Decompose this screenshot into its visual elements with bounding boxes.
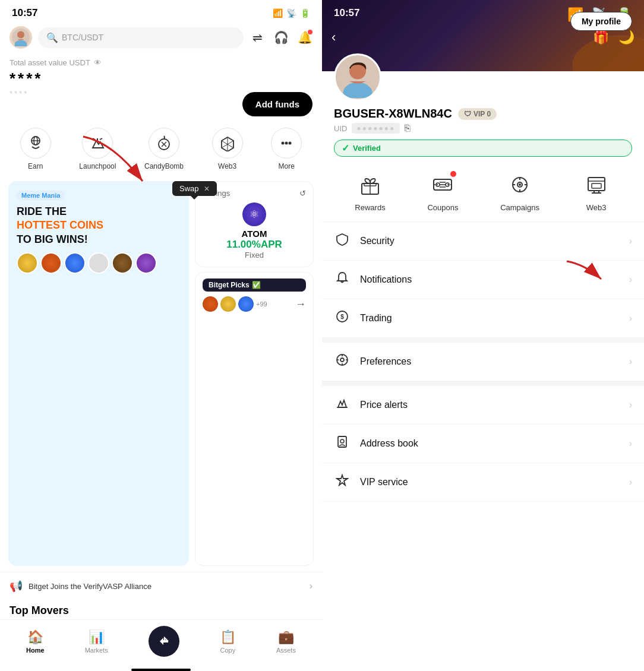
pick-coin-2 (220, 296, 236, 312)
pick-coin-1 (203, 296, 218, 312)
avatar[interactable] (10, 26, 32, 49)
scan-icon[interactable]: ⇌ (250, 30, 265, 45)
news-item[interactable]: 📢 Bitget Joins the VerifyVASP Alliance › (0, 572, 322, 600)
svg-point-60 (340, 439, 344, 443)
status-icons: 📶 📡 🔋 (273, 8, 310, 18)
savings-coin: ATOM (203, 229, 306, 239)
menu-price-alerts[interactable]: Price alerts › (322, 386, 644, 425)
my-profile-button[interactable]: My profile (570, 12, 632, 31)
gift-icon[interactable]: 🎁 (593, 30, 609, 45)
coin-doge (17, 252, 38, 274)
assets-icon: 💼 (278, 629, 294, 645)
menu-trading[interactable]: $ Trading › (322, 299, 644, 338)
nav-assets[interactable]: 💼 Assets (276, 629, 296, 654)
asset-label: Total asset value USDT 👁 (10, 58, 312, 67)
bottom-indicator (131, 669, 191, 671)
web3-label: Web3 (218, 162, 236, 170)
notifications-icon (334, 271, 351, 288)
shortcut-web3[interactable]: Web3 (582, 170, 611, 212)
shortcut-coupons[interactable]: Coupons (427, 170, 458, 212)
svg-point-18 (285, 142, 288, 145)
quick-actions: Earn Launchpool (0, 118, 322, 175)
uid-row: UID ●●●●●●● ⎘ (322, 121, 644, 136)
coupons-icon-wrap (428, 170, 457, 200)
back-button[interactable]: ‹ (332, 30, 336, 45)
swap-close-icon[interactable]: ✕ (204, 185, 210, 193)
shortcuts-row: Rewards Coupons (322, 160, 644, 222)
notification-icon[interactable]: 🔔 (297, 30, 312, 45)
rewards-icon-wrap (355, 170, 385, 200)
pick-coin-3 (238, 296, 254, 312)
more-icon (271, 128, 302, 159)
action-earn[interactable]: Earn (20, 128, 51, 170)
right-status-time: 10:57 (334, 7, 359, 23)
rewards-label: Rewards (355, 203, 385, 212)
check-icon: ✓ (342, 143, 349, 154)
status-bar: 10:57 📶 📡 🔋 (0, 0, 322, 24)
bitget-picks-card[interactable]: Bitget Picks ✅ +99 → (195, 272, 314, 566)
search-icon: 🔍 (46, 32, 58, 43)
savings-type: Fixed (203, 251, 306, 259)
web3-shortcut-label: Web3 (586, 203, 607, 212)
trading-icon: $ (334, 310, 351, 327)
nav-markets[interactable]: 📊 Markets (85, 629, 108, 654)
nav-copy[interactable]: 📋 Copy (220, 629, 236, 654)
profile-header-actions: 🎁 🌙 (593, 30, 634, 45)
search-text: BTC/USDT (62, 33, 103, 42)
username-row: BGUSER-X8WLN84C 🛡 VIP 0 (322, 107, 644, 121)
picks-header: Bitget Picks ✅ (203, 278, 306, 292)
vip-service-icon (334, 474, 351, 490)
headset-icon[interactable]: 🎧 (273, 30, 289, 45)
copy-uid-icon[interactable]: ⎘ (405, 123, 411, 134)
nav-home[interactable]: 🏠 Home (26, 629, 45, 654)
news-chevron: › (310, 581, 312, 591)
security-chevron: › (629, 236, 632, 246)
campaigns-icon-wrap (505, 170, 535, 200)
coin-icons (17, 252, 181, 274)
svg-point-19 (289, 142, 292, 145)
menu-preferences[interactable]: Preferences › (322, 343, 644, 381)
add-funds-button[interactable]: Add funds (242, 92, 312, 116)
svg-point-53 (340, 358, 344, 362)
address-book-icon (334, 435, 351, 452)
nav-trade-button[interactable] (149, 626, 179, 657)
left-panel: 10:57 📶 📡 🔋 🔍 BTC/USDT ⇌ 🎧 🔔 (0, 0, 322, 671)
shortcut-campaigns[interactable]: Campaigns (500, 170, 539, 212)
nav-copy-label: Copy (220, 647, 236, 654)
card-title: RIDE THE HOTTEST COINS TO BIG WINS! (17, 205, 181, 246)
action-more[interactable]: More (271, 128, 302, 170)
menu-address-book[interactable]: Address book › (322, 425, 644, 463)
web3-shortcut-icon-wrap (582, 170, 611, 200)
campaigns-label: Campaigns (500, 203, 539, 212)
wifi-icon: 📡 (286, 8, 296, 18)
status-time: 10:57 (12, 7, 37, 19)
vip-service-label: VIP service (360, 477, 629, 488)
home-icon: 🏠 (27, 629, 43, 645)
trading-label: Trading (360, 313, 629, 324)
vip-badge: 🛡 VIP 0 (458, 108, 497, 120)
picks-coins: +99 → (203, 296, 306, 312)
atom-icon: ⚛ (242, 202, 266, 226)
preferences-icon (334, 353, 351, 370)
refresh-icon[interactable]: ↺ (299, 189, 306, 198)
menu-vip-service[interactable]: VIP service › (322, 463, 644, 502)
svg-marker-61 (337, 475, 348, 485)
shortcut-rewards[interactable]: Rewards (355, 170, 385, 212)
card-badge: Meme Mania (17, 191, 65, 200)
action-web3[interactable]: Web3 (212, 128, 243, 170)
earn-icon (20, 128, 51, 159)
search-box[interactable]: 🔍 BTC/USDT (38, 27, 244, 48)
svg-point-1 (17, 31, 24, 39)
signal-icon: 📶 (273, 8, 283, 18)
preferences-chevron: › (629, 356, 632, 367)
profile-avatar[interactable] (334, 53, 381, 101)
meme-mania-card[interactable]: Meme Mania RIDE THE HOTTEST COINS TO BIG… (8, 181, 189, 566)
coin-brown (112, 252, 133, 274)
moon-icon[interactable]: 🌙 (618, 30, 634, 45)
price-alerts-label: Price alerts (360, 400, 629, 410)
news-icon: 📢 (10, 580, 23, 593)
price-alerts-icon (334, 397, 351, 413)
eye-icon[interactable]: 👁 (94, 58, 102, 67)
menu-divider-2 (322, 381, 644, 386)
menu-list: Security › Notifications › $ Trading (322, 222, 644, 671)
